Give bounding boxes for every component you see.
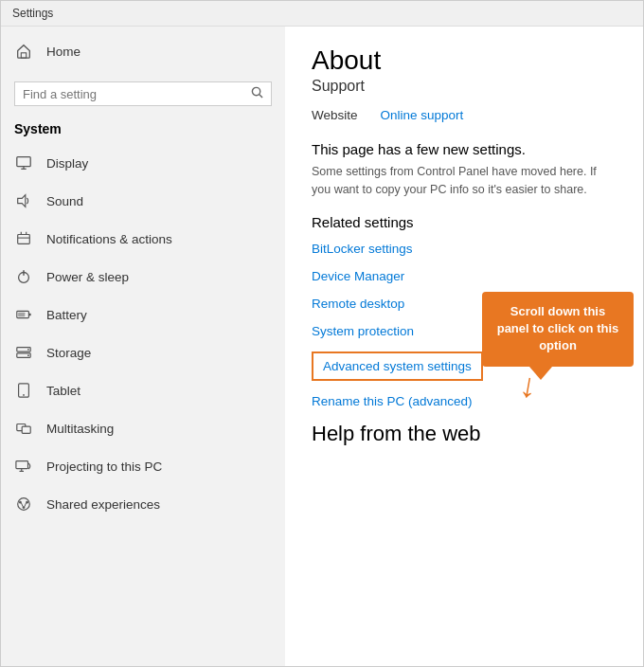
svg-point-1 — [252, 87, 259, 95]
svg-point-21 — [23, 394, 25, 396]
svg-line-31 — [21, 503, 23, 507]
sidebar-sound-label: Sound — [46, 194, 83, 208]
search-container — [14, 81, 272, 106]
tooltip-text: Scroll down this panel to click on this … — [497, 304, 619, 352]
battery-icon — [14, 305, 33, 324]
sidebar-item-display[interactable]: Display — [1, 144, 285, 182]
online-support-link[interactable]: Online support — [381, 108, 464, 122]
sidebar-item-home[interactable]: Home — [1, 32, 285, 70]
tablet-icon — [14, 381, 33, 400]
svg-point-18 — [27, 349, 29, 351]
sidebar-shared-label: Shared experiences — [46, 497, 160, 512]
power-icon — [14, 267, 33, 286]
advanced-link-box: Advanced system settings — [312, 352, 483, 381]
storage-icon — [14, 343, 33, 362]
help-title: Help from the web — [312, 422, 617, 446]
home-icon — [14, 42, 33, 61]
projecting-icon — [14, 457, 33, 476]
svg-point-19 — [27, 354, 29, 356]
sidebar-item-storage[interactable]: Storage — [1, 334, 285, 371]
home-label: Home — [46, 45, 80, 59]
settings-window: Settings Home — [0, 0, 644, 667]
sidebar-tablet-label: Tablet — [46, 384, 80, 398]
sidebar-projecting-label: Projecting to this PC — [46, 460, 162, 474]
new-settings-box: This page has a few new settings. Some s… — [312, 141, 617, 199]
sidebar-section-title: System — [1, 117, 285, 144]
advanced-system-settings-link[interactable]: Advanced system settings — [323, 359, 472, 373]
sidebar-notifications-label: Notifications & actions — [46, 232, 172, 246]
search-input[interactable] — [23, 87, 251, 101]
notifications-icon — [14, 229, 33, 248]
sidebar-item-power[interactable]: Power & sleep — [1, 258, 285, 296]
svg-line-32 — [25, 503, 27, 507]
svg-rect-3 — [17, 157, 30, 167]
sidebar-item-battery[interactable]: Battery — [1, 296, 285, 334]
window-title: Settings — [12, 7, 53, 20]
svg-marker-6 — [18, 195, 26, 207]
sidebar-battery-label: Battery — [46, 308, 87, 322]
rename-pc-link[interactable]: Rename this PC (advanced) — [312, 394, 617, 408]
svg-rect-23 — [22, 426, 30, 433]
sidebar-storage-label: Storage — [46, 346, 91, 360]
new-settings-title: This page has a few new settings. — [312, 141, 617, 157]
title-bar: Settings — [1, 1, 643, 27]
search-button[interactable] — [251, 86, 263, 101]
sidebar-display-label: Display — [46, 156, 88, 171]
new-settings-desc: Some settings from Control Panel have mo… — [312, 163, 617, 199]
svg-line-2 — [259, 95, 262, 98]
related-settings-title: Related settings — [312, 214, 617, 230]
sidebar: Home System — [1, 27, 285, 666]
search-box[interactable] — [14, 81, 272, 106]
sidebar-multitasking-label: Multitasking — [46, 422, 114, 436]
tooltip-bubble: Scroll down this panel to click on this … — [482, 292, 634, 367]
page-subtitle: Support — [312, 78, 617, 95]
svg-rect-0 — [21, 53, 26, 58]
sidebar-item-tablet[interactable]: Tablet — [1, 371, 285, 409]
website-label: Website — [312, 108, 358, 122]
page-title: About — [312, 45, 617, 76]
shared-icon — [14, 495, 33, 514]
svg-rect-7 — [18, 235, 30, 244]
sidebar-item-projecting[interactable]: Projecting to this PC — [1, 447, 285, 485]
sound-icon — [14, 191, 33, 210]
sidebar-item-multitasking[interactable]: Multitasking — [1, 409, 285, 447]
sidebar-item-shared[interactable]: Shared experiences — [1, 485, 285, 523]
sidebar-item-notifications[interactable]: Notifications & actions — [1, 220, 285, 258]
sidebar-item-sound[interactable]: Sound — [1, 182, 285, 220]
bitlocker-link[interactable]: BitLocker settings — [312, 242, 617, 256]
main-content: About Support Website Online support Thi… — [285, 27, 643, 666]
svg-rect-24 — [16, 461, 28, 469]
device-manager-link[interactable]: Device Manager — [312, 269, 617, 283]
sidebar-power-label: Power & sleep — [46, 270, 129, 284]
display-icon — [14, 153, 33, 172]
content-area: Home System — [1, 27, 643, 666]
svg-rect-14 — [28, 314, 30, 316]
support-row: Website Online support — [312, 108, 617, 122]
multitasking-icon — [14, 419, 33, 438]
svg-rect-15 — [18, 313, 25, 317]
